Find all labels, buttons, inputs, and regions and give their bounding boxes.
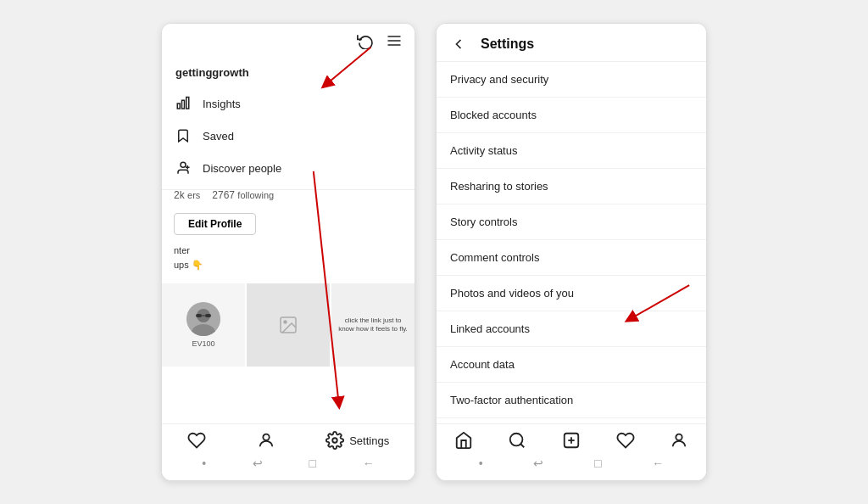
- back-right: ↩: [533, 456, 543, 470]
- dropdown-username: gettinggrowth: [162, 59, 415, 87]
- post-thumb-text[interactable]: click the link just to know how it feels…: [331, 283, 415, 367]
- svg-rect-3: [177, 104, 180, 109]
- settings-item-2fa[interactable]: Two-factor authentication: [437, 383, 706, 418]
- bio-line2: ups 👇: [174, 258, 403, 272]
- menu-insights-label: Insights: [203, 98, 241, 110]
- post-thumb-avatar[interactable]: EV100: [162, 283, 245, 367]
- settings-item-privacy[interactable]: Privacy and security: [437, 62, 706, 98]
- menu-item-insights[interactable]: Insights: [162, 87, 415, 120]
- top-bar-icons: [357, 32, 403, 49]
- followers-count: 2k ers: [174, 189, 200, 201]
- svg-point-6: [181, 162, 186, 167]
- post-grid: EV100 click the link just to know how it…: [162, 283, 415, 367]
- menu-item-discover[interactable]: Discover people: [162, 152, 415, 184]
- bottom-nav-right: [437, 423, 706, 456]
- dot-right: •: [479, 456, 483, 470]
- settings-item-resharing[interactable]: Resharing to stories: [437, 169, 706, 204]
- svg-rect-12: [196, 314, 202, 317]
- following-label: following: [237, 190, 274, 200]
- svg-point-18: [332, 438, 337, 443]
- post-text: click the link just to know how it feels…: [337, 316, 409, 334]
- svg-point-16: [284, 321, 287, 323]
- avatar-name: EV100: [192, 339, 214, 348]
- history-icon[interactable]: [357, 32, 374, 49]
- svg-rect-13: [205, 314, 211, 317]
- nav-settings[interactable]: Settings: [326, 431, 389, 450]
- nav-profile-right[interactable]: [670, 431, 688, 450]
- settings-title: Settings: [481, 36, 534, 52]
- svg-line-22: [521, 444, 525, 447]
- back-arrow-icon[interactable]: [450, 36, 467, 53]
- right-phone: Settings Privacy and security Blocked ac…: [436, 23, 707, 481]
- settings-item-photos[interactable]: Photos and videos of you: [437, 276, 706, 311]
- nav-search[interactable]: [508, 431, 526, 450]
- settings-item-comment[interactable]: Comment controls: [437, 240, 706, 276]
- nav-heart[interactable]: [187, 431, 206, 450]
- svg-point-17: [263, 434, 269, 440]
- nav-plus[interactable]: [562, 431, 581, 450]
- counts: 2k ers 2767 following: [174, 189, 403, 201]
- nav-profile[interactable]: [257, 431, 275, 450]
- settings-list: Privacy and security Blocked accounts Ac…: [437, 62, 706, 434]
- svg-rect-4: [182, 100, 185, 109]
- profile-screen: gettinggrowth Insights: [162, 24, 415, 480]
- following-count: 2767 following: [212, 189, 274, 201]
- left-phone: gettinggrowth Insights: [161, 23, 415, 481]
- settings-item-linked[interactable]: Linked accounts: [437, 311, 706, 347]
- profile-top-bar: [162, 24, 415, 54]
- post-thumb-placeholder[interactable]: [247, 283, 330, 367]
- menu-item-saved[interactable]: Saved: [162, 120, 415, 152]
- bottom-indicator-left: • ↩ □ ←: [162, 455, 415, 472]
- settings-item-story[interactable]: Story controls: [437, 204, 706, 240]
- settings-item-blocked[interactable]: Blocked accounts: [437, 98, 706, 133]
- followers-label: ers: [187, 190, 200, 200]
- bottom-indicator-right: • ↩ □ ←: [437, 455, 706, 472]
- svg-point-21: [510, 434, 523, 446]
- arrow-right: ←: [652, 456, 664, 470]
- avatar-image: [186, 302, 220, 336]
- settings-label: Settings: [349, 434, 389, 447]
- menu-discover-label: Discover people: [203, 162, 281, 175]
- profile-bio: nter ups 👇: [162, 240, 415, 275]
- nav-heart-right[interactable]: [616, 431, 635, 450]
- chart-icon: [175, 96, 191, 111]
- menu-icon[interactable]: [386, 32, 403, 49]
- dropdown-menu: gettinggrowth Insights: [162, 54, 415, 190]
- svg-rect-5: [186, 98, 189, 109]
- back-indicator: ↩: [253, 456, 263, 470]
- dot-indicator: •: [202, 456, 206, 470]
- arrow-indicator: ←: [363, 456, 375, 470]
- square-indicator: □: [309, 456, 316, 470]
- settings-item-account-data[interactable]: Account data: [437, 347, 706, 383]
- settings-item-activity[interactable]: Activity status: [437, 133, 706, 169]
- bottom-nav-left: Settings: [162, 423, 415, 456]
- profile-content: t 7 days 2k ers 2767 following Edit Prof…: [162, 173, 415, 367]
- bio-line1: nter: [174, 244, 403, 258]
- edit-profile-button[interactable]: Edit Profile: [174, 213, 256, 235]
- settings-screen: Settings Privacy and security Blocked ac…: [437, 24, 706, 480]
- menu-saved-label: Saved: [203, 130, 234, 143]
- nav-home[interactable]: [454, 431, 473, 450]
- person-plus-icon: [175, 160, 191, 176]
- svg-point-26: [676, 434, 682, 440]
- square-right: □: [594, 456, 601, 470]
- settings-header: Settings: [437, 24, 706, 62]
- bookmark-icon: [175, 128, 191, 143]
